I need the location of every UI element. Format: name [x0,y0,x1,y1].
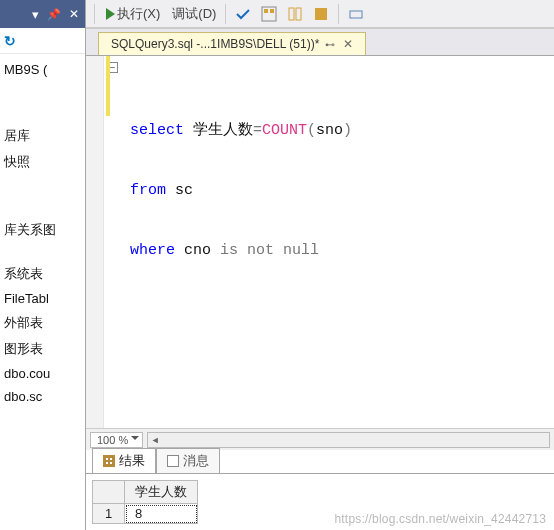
tab-pin-icon[interactable]: ⊷ [325,39,335,50]
table-sc: sc [166,182,193,199]
columns-icon [287,6,303,22]
document-tab-strip: SQLQuery3.sql -...1IMB9S\DELL (51))* ⊷ ✕ [86,28,554,56]
watermark-text: https://blog.csdn.net/weixin_42442713 [334,512,546,526]
extra-button[interactable] [344,4,368,24]
scroll-left-icon[interactable]: ◄ [148,435,162,445]
paren-close: ) [343,122,352,139]
code-area[interactable]: select 学生人数=COUNT(sno) from sc where cno… [126,56,554,428]
col-sno: sno [316,122,343,139]
parse-button[interactable] [231,4,255,24]
document-tab[interactable]: SQLQuery3.sql -...1IMB9S\DELL (51))* ⊷ ✕ [98,32,366,55]
tree-item[interactable]: dbo.cou [0,362,85,385]
results-grid[interactable]: 学生人数 1 8 [92,480,198,524]
table-row[interactable]: 1 8 [93,504,198,524]
fn-count: COUNT [262,122,307,139]
execute-label: 执行(X) [117,5,160,23]
tree-item[interactable]: dbo.sc [0,385,85,408]
tree-item[interactable]: 图形表 [0,336,85,362]
tree-gap [0,81,85,123]
svg-rect-6 [350,11,362,18]
save-icon [313,6,329,22]
tree-item-server[interactable]: MB9S ( [0,58,85,81]
tool-icon [348,6,364,22]
zoom-bar: 100 % ◄ [86,428,554,450]
check-icon [235,6,251,22]
toolbar-separator [94,4,95,24]
pin-icon[interactable]: 📌 [47,8,61,21]
tab-messages-label: 消息 [183,452,209,470]
object-explorer-toolbar: ↻ [0,28,85,54]
tree-item[interactable]: 快照 [0,149,85,175]
object-explorer-header[interactable]: ▾ 📌 ✕ [0,0,85,28]
results-tab-strip: 结果 消息 [86,450,554,474]
tree-item[interactable]: 外部表 [0,310,85,336]
grid-icon [103,455,115,467]
row-number: 1 [93,504,125,524]
op-not-null: is not null [220,242,319,259]
horizontal-scrollbar[interactable]: ◄ [147,432,550,448]
sql-editor[interactable]: − select 学生人数=COUNT(sno) from sc where c… [86,56,554,428]
paren-open: ( [307,122,316,139]
execute-button[interactable]: 执行(X) [100,3,164,25]
svg-rect-5 [315,8,327,20]
intellisense-button[interactable] [283,4,307,24]
editor-margin [86,56,104,428]
kw-where: where [130,242,175,259]
editor-main: SQLQuery3.sql -...1IMB9S\DELL (51))* ⊷ ✕… [86,28,554,530]
refresh-icon[interactable]: ↻ [4,33,16,49]
change-marker [106,56,110,116]
column-header[interactable]: 学生人数 [125,481,198,504]
tab-results-label: 结果 [119,452,145,470]
grid-plan-icon [261,6,277,22]
cell-value[interactable]: 8 [125,504,198,524]
tree-item[interactable]: FileTabl [0,287,85,310]
tree-gap [0,243,85,261]
top-toolbar: 执行(X) 调试(D) [86,0,554,28]
debug-label: 调试(D) [172,5,216,23]
kw-from: from [130,182,166,199]
zoom-dropdown[interactable]: 100 % [90,432,143,448]
message-icon [167,455,179,467]
col-cno: cno [175,242,220,259]
tree-item[interactable]: 库关系图 [0,217,85,243]
kw-select: select [130,122,184,139]
object-explorer-pane: ▾ 📌 ✕ ↻ MB9S ( 居库 快照 库关系图 系统表 FileTabl 外… [0,0,86,530]
tab-messages[interactable]: 消息 [156,448,220,474]
eq-op: = [253,122,262,139]
dropdown-icon: ▾ [32,7,39,22]
est-plan-button[interactable] [257,4,281,24]
svg-rect-2 [270,9,274,13]
tab-close-icon[interactable]: ✕ [341,37,355,51]
tab-results[interactable]: 结果 [92,448,156,474]
tree-gap [0,175,85,217]
svg-rect-3 [289,8,294,20]
save-button[interactable] [309,4,333,24]
svg-rect-4 [296,8,301,20]
play-icon [106,8,115,20]
debug-button[interactable]: 调试(D) [166,3,220,25]
toolbar-separator [338,4,339,24]
svg-rect-1 [264,9,268,13]
object-explorer-tree[interactable]: MB9S ( 居库 快照 库关系图 系统表 FileTabl 外部表 图形表 d… [0,54,85,412]
toolbar-separator [225,4,226,24]
tree-item[interactable]: 居库 [0,123,85,149]
alias-text: 学生人数 [184,122,253,139]
document-tab-title: SQLQuery3.sql -...1IMB9S\DELL (51))* [111,37,319,51]
tree-item[interactable]: 系统表 [0,261,85,287]
close-icon[interactable]: ✕ [69,7,79,21]
row-header-blank [93,481,125,504]
